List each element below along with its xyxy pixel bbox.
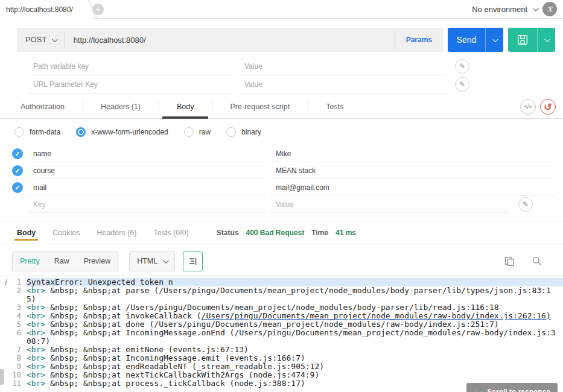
save-button[interactable] bbox=[508, 28, 555, 52]
code-segment: &nbsp; &nbsp;at IncomingMessage.onEnd (/… bbox=[27, 328, 556, 346]
key-input[interactable]: course bbox=[29, 162, 266, 179]
checkbox-checked-icon[interactable]: ✓ bbox=[12, 148, 23, 159]
scroll-to-response-label: Scroll to response bbox=[487, 388, 550, 392]
chevron-down-icon bbox=[492, 36, 498, 42]
code-segment: SyntaxError: Unexpected token n bbox=[27, 277, 173, 286]
search-icon[interactable] bbox=[532, 256, 542, 267]
request-builder: POST http://localhost:8080/ Params Send bbox=[0, 28, 563, 213]
body-mode-x-www-form-urlencoded[interactable]: x-www-form-urlencoded bbox=[76, 127, 168, 137]
url-input[interactable]: http://localhost:8080/ bbox=[65, 36, 395, 45]
response-viewer: Body Cookies Headers (6) Tests (0/0) Sta… bbox=[0, 221, 563, 388]
response-tab-body[interactable]: Body bbox=[17, 221, 36, 244]
radio-icon bbox=[184, 127, 194, 137]
body-mode-label: form-data bbox=[30, 128, 60, 136]
code-line: 1iSyntaxError: Unexpected token n bbox=[0, 278, 563, 286]
line-number: 8 bbox=[0, 354, 27, 362]
scroll-to-response-button[interactable]: ▲▲ Scroll to response bbox=[466, 383, 558, 392]
response-tab-tests[interactable]: Tests (0/0) bbox=[153, 221, 188, 244]
scrollbar-nub[interactable] bbox=[0, 369, 4, 385]
form-row: ✓nameMike bbox=[12, 145, 563, 162]
tab-label: Tests (0/0) bbox=[153, 229, 188, 237]
url-parameter-value-input[interactable]: Value bbox=[240, 75, 447, 93]
body-mode-raw[interactable]: raw bbox=[184, 127, 211, 137]
send-label[interactable]: Send bbox=[448, 28, 485, 52]
url-parameter-key-input[interactable]: URL Parameter Key bbox=[29, 75, 234, 93]
body-mode-form-data[interactable]: form-data bbox=[14, 127, 60, 137]
key-input[interactable]: Key bbox=[29, 196, 266, 213]
code-viewer: 1iSyntaxError: Unexpected token n2<br> &… bbox=[0, 276, 563, 388]
value-input[interactable]: mail@gmail.com bbox=[272, 179, 554, 196]
line-number: 6 bbox=[0, 329, 27, 346]
code-text: <br> &nbsp; &nbsp;at IncomingMessage.onE… bbox=[27, 329, 563, 346]
line-number: 5 bbox=[0, 320, 27, 329]
wrap-lines-button[interactable] bbox=[183, 251, 203, 271]
key-input[interactable]: name bbox=[29, 145, 266, 162]
form-row-list: ✓nameMike✓courseMEAN stack✓mailmail@gmai… bbox=[12, 145, 563, 196]
body-mode-binary[interactable]: binary bbox=[226, 127, 261, 137]
app-topbar: http://localhost:8080/ + No environment … bbox=[0, 0, 563, 19]
request-tab[interactable]: http://localhost:8080/ bbox=[0, 0, 83, 19]
new-tab-button[interactable]: + bbox=[92, 4, 104, 15]
key-input[interactable]: mail bbox=[29, 179, 266, 196]
stack-path-link[interactable]: /Users/pingu/Documents/mean_project/node… bbox=[202, 311, 551, 320]
method-label: POST bbox=[25, 36, 47, 44]
edit-pencil-icon[interactable]: ✎ bbox=[455, 77, 469, 92]
body-mode-label: raw bbox=[199, 128, 211, 136]
edit-pencil-icon[interactable]: ✎ bbox=[455, 59, 469, 74]
edit-pencil-icon[interactable]: ✎ bbox=[518, 197, 533, 212]
tab-body[interactable]: Body bbox=[159, 95, 212, 118]
path-variable-key-input[interactable]: Path variable key bbox=[29, 57, 234, 75]
tab-label: Cookies bbox=[52, 229, 80, 237]
code-segment: <br> bbox=[27, 345, 45, 354]
view-pretty-button[interactable]: Pretty bbox=[13, 257, 47, 265]
response-tab-headers[interactable]: Headers (6) bbox=[97, 221, 136, 244]
format-select[interactable]: HTML bbox=[129, 251, 175, 271]
chevron-down-icon bbox=[163, 258, 169, 264]
form-row: ✓courseMEAN stack bbox=[12, 162, 563, 179]
save-options-button[interactable] bbox=[537, 28, 555, 52]
send-button[interactable]: Send bbox=[448, 28, 503, 52]
response-tab-cookies[interactable]: Cookies bbox=[52, 221, 80, 244]
copy-icon[interactable] bbox=[504, 256, 515, 267]
value-input[interactable]: MEAN stack bbox=[272, 162, 554, 179]
environment-quick-look-icon[interactable]: x bbox=[542, 2, 557, 16]
time-value: 41 ms bbox=[336, 229, 356, 237]
value-input[interactable]: Mike bbox=[272, 145, 554, 162]
environment-selector[interactable]: No environment bbox=[472, 5, 527, 14]
code-segment: &nbsp; &nbsp;at nextTickCallbackWith2Arg… bbox=[45, 370, 319, 379]
line-number: 7 bbox=[0, 346, 27, 354]
code-line: 6<br> &nbsp; &nbsp;at IncomingMessage.on… bbox=[0, 329, 563, 346]
tab-headers[interactable]: Headers (1) bbox=[83, 95, 159, 118]
status-label: Status bbox=[217, 229, 239, 237]
code-segment: &nbsp; &nbsp;at IncomingMessage.emit (ev… bbox=[45, 353, 305, 362]
code-segment: <br> bbox=[27, 379, 45, 388]
checkbox-checked-icon[interactable]: ✓ bbox=[12, 165, 23, 176]
code-segment: <br> bbox=[27, 353, 45, 362]
method-select[interactable]: POST bbox=[17, 36, 65, 44]
view-preview-button[interactable]: Preview bbox=[77, 257, 118, 265]
code-segment: &nbsp; &nbsp;at process._tickCallback (n… bbox=[45, 379, 305, 388]
tab-label: Body bbox=[177, 103, 194, 111]
tab-tests[interactable]: Tests bbox=[308, 95, 361, 118]
tab-label: Authorization bbox=[21, 103, 65, 111]
send-options-button[interactable] bbox=[485, 28, 503, 52]
path-variable-value-input[interactable]: Value bbox=[240, 57, 447, 75]
code-segment: &nbsp; &nbsp;at emitNone (events.js:67:1… bbox=[45, 345, 249, 354]
body-mode-label: binary bbox=[241, 128, 261, 136]
code-text: <br> &nbsp; &nbsp;at nextTickCallbackWit… bbox=[27, 371, 563, 379]
reset-icon[interactable]: ↺ bbox=[540, 99, 556, 115]
line-number: 3 bbox=[0, 303, 27, 312]
code-segment: &nbsp; &nbsp;at parse (/Users/pingu/Docu… bbox=[27, 286, 551, 303]
code-segment: <br> bbox=[27, 328, 45, 337]
value-input[interactable]: Value bbox=[272, 196, 510, 213]
chevron-down-icon[interactable] bbox=[533, 5, 539, 11]
params-button[interactable]: Params bbox=[395, 28, 443, 52]
body-mode-list: form-datax-www-form-urlencodedrawbinary bbox=[0, 119, 563, 145]
checkbox-checked-icon[interactable]: ✓ bbox=[12, 182, 23, 193]
tab-authorization[interactable]: Authorization bbox=[2, 95, 83, 118]
generate-code-icon[interactable]: </> bbox=[520, 99, 536, 115]
tab-pre-request-script[interactable]: Pre-request script bbox=[212, 95, 308, 118]
double-up-arrow-icon: ▲▲ bbox=[474, 389, 483, 392]
save-icon[interactable] bbox=[508, 28, 537, 52]
view-raw-button[interactable]: Raw bbox=[47, 257, 77, 265]
